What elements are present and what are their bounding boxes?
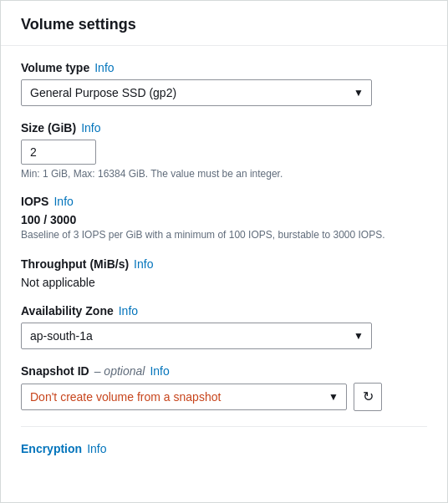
snapshot-id-optional: – optional bbox=[94, 364, 145, 378]
size-hint: Min: 1 GiB, Max: 16384 GiB. The value mu… bbox=[21, 168, 427, 180]
volume-type-select[interactable]: General Purpose SSD (gp2) Provisioned IO… bbox=[21, 79, 372, 106]
volume-type-label: Volume type Info bbox=[21, 61, 427, 74]
throughput-label: Throughput (MiB/s) Info bbox=[21, 257, 427, 271]
iops-value: 100 / 3000 bbox=[21, 213, 427, 226]
iops-label-text: IOPS bbox=[21, 195, 48, 208]
snapshot-id-row: Don't create volume from a snapshot ▼ ↻ bbox=[21, 383, 427, 411]
size-input[interactable] bbox=[21, 140, 96, 165]
volume-type-select-wrapper: General Purpose SSD (gp2) Provisioned IO… bbox=[21, 79, 372, 106]
encryption-label-text: Encryption bbox=[21, 442, 82, 455]
iops-description: Baseline of 3 IOPS per GiB with a minimu… bbox=[21, 228, 427, 242]
snapshot-id-refresh-button[interactable]: ↻ bbox=[354, 383, 382, 411]
snapshot-id-select-wrapper: Don't create volume from a snapshot ▼ bbox=[21, 384, 347, 410]
availability-zone-label: Availability Zone Info bbox=[21, 304, 427, 318]
iops-info-link[interactable]: Info bbox=[53, 195, 73, 208]
size-label: Size (GiB) Info bbox=[21, 121, 427, 135]
snapshot-id-info-link[interactable]: Info bbox=[150, 364, 169, 378]
encryption-group: Encryption Info bbox=[21, 442, 427, 455]
volume-type-label-text: Volume type bbox=[21, 61, 89, 74]
snapshot-id-group: Snapshot ID – optional Info Don't create… bbox=[21, 364, 427, 411]
size-label-text: Size (GiB) bbox=[21, 121, 76, 135]
encryption-info-link[interactable]: Info bbox=[87, 442, 106, 455]
throughput-info-link[interactable]: Info bbox=[134, 257, 153, 271]
volume-type-info-link[interactable]: Info bbox=[94, 61, 114, 74]
availability-zone-select-wrapper: ap-south-1a ap-south-1b ap-south-1c ▼ bbox=[21, 323, 372, 349]
volume-type-group: Volume type Info General Purpose SSD (gp… bbox=[21, 61, 427, 106]
throughput-label-text: Throughput (MiB/s) bbox=[21, 257, 129, 271]
size-group: Size (GiB) Info Min: 1 GiB, Max: 16384 G… bbox=[21, 121, 427, 180]
page-title: Volume settings bbox=[1, 1, 447, 46]
availability-zone-group: Availability Zone Info ap-south-1a ap-so… bbox=[21, 304, 427, 349]
throughput-value: Not applicable bbox=[21, 276, 427, 289]
throughput-group: Throughput (MiB/s) Info Not applicable bbox=[21, 257, 427, 289]
snapshot-id-select[interactable]: Don't create volume from a snapshot bbox=[21, 384, 347, 410]
volume-settings-panel: Volume settings Volume type Info General… bbox=[0, 0, 448, 503]
encryption-label: Encryption Info bbox=[21, 442, 427, 455]
iops-label: IOPS Info bbox=[21, 195, 427, 208]
iops-group: IOPS Info 100 / 3000 Baseline of 3 IOPS … bbox=[21, 195, 427, 242]
availability-zone-label-text: Availability Zone bbox=[21, 304, 114, 318]
content-area: Volume type Info General Purpose SSD (gp… bbox=[1, 46, 447, 485]
size-info-link[interactable]: Info bbox=[81, 121, 100, 135]
availability-zone-select[interactable]: ap-south-1a ap-south-1b ap-south-1c bbox=[21, 323, 372, 349]
availability-zone-info-link[interactable]: Info bbox=[119, 304, 138, 318]
snapshot-id-label: Snapshot ID – optional Info bbox=[21, 364, 427, 378]
section-divider bbox=[21, 426, 427, 427]
snapshot-id-label-text: Snapshot ID bbox=[21, 364, 89, 378]
refresh-icon: ↻ bbox=[363, 389, 374, 404]
